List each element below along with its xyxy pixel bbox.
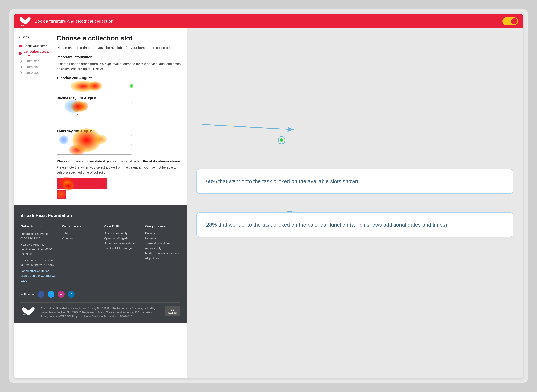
important-text: In some London areas there is a high lev… [57,61,182,71]
step-future2: Future step [19,65,50,69]
step-about: About your items [19,44,50,48]
page-subtitle: Please choose a date that you'll be avai… [57,45,182,50]
form-area: Choose a collection slot Please choose a… [53,34,182,199]
bhf-logo-icon: BHF [19,16,31,26]
calendar-text-label: Please choose another date if you're una… [57,159,182,163]
annotation-text-2: 28% that went onto the task clicked on t… [206,222,447,228]
footer-col-title-contact: Get in touch [20,224,56,228]
step-dot-future1 [19,60,22,63]
footer-col-contact: Get in touch Fundraising & events: 0300 … [20,224,56,283]
step-collection: Collection date & time [19,50,50,57]
facebook-icon[interactable]: f [38,291,44,298]
footer-link-cookies[interactable]: Cookies [145,237,180,240]
footer-contact-fundraising: Fundraising & events: 0300 330 3322 [20,231,56,241]
svg-point-5 [280,138,283,142]
footer-follow: Follow us f t ● in [20,291,180,298]
footer-link-account[interactable]: My account/register [104,237,139,240]
important-label: Important information [57,55,182,59]
footer-link-find[interactable]: Find the BHF near you [104,247,139,250]
wednesday-slots: T3... [57,102,135,124]
step-label-future1: Future step [24,59,39,63]
step-future1: Future step [19,59,50,63]
footer-col-work: Work for us Jobs Volunteer [62,224,97,283]
footer-link-privacy[interactable]: Privacy [145,231,180,235]
step-label-future3: Future step [24,71,39,75]
footer-link-community[interactable]: Online community [104,231,139,235]
calendar-section: Please choose another date if you're una… [57,159,182,199]
connector-lines [187,28,523,378]
footer-legal-text: British Heart Foundation is a registered… [41,307,160,318]
page-title: Choose a collection slot [57,34,182,42]
date-section-tuesday: Tuesday 2nd August [57,76,182,92]
step-future3: Future step [19,71,50,75]
footer-contact-hours: Phone lines are open 9am to 5pm, Monday … [20,258,56,267]
step-dot-future2 [19,65,22,68]
content-area: Back About your items Collection date & … [14,28,523,378]
back-link[interactable]: Back [19,34,50,39]
footer-contact-helpline: Heart Helpline - for medical enquiries: … [20,242,56,257]
website-panel: Back About your items Collection date & … [14,28,187,378]
page-layout: Back About your items Collection date & … [14,28,187,205]
footer-col-policies: Our policies Privacy Cookies Terms & con… [145,224,180,283]
nav-title: Book a furniture and electrical collecti… [35,19,502,24]
tuesday-slots [57,82,135,92]
step-list: About your items Collection date & time … [19,44,50,75]
svg-text:Foundation: Foundation [23,315,29,316]
footer-follow-label: Follow us [20,292,34,296]
instagram-icon[interactable]: ● [58,291,65,298]
footer-contact-other[interactable]: For all other enquiries please see our C… [20,269,56,283]
nav-toggle[interactable] [502,17,518,25]
footer-col-title-bhf: Your BHF [104,224,139,228]
footer: British Heart Foundation Get in touch Fu… [14,205,187,323]
fr-regulator-icon: FR REGULATOR [165,307,180,316]
date-section-wednesday: Wednesday 3rd August T3 [57,96,182,124]
footer-col-title-policies: Our policies [145,224,180,228]
date-label-tuesday: Tuesday 2nd August [57,76,182,80]
footer-columns: Get in touch Fundraising & events: 0300 … [20,224,180,283]
annotation-box-1: 60% that went onto the task clicked on t… [196,169,513,194]
step-label-collection: Collection date & time [24,50,50,57]
annotation-panel: 60% that went onto the task clicked on t… [187,28,523,378]
footer-legal: British Heart Foundation British Heart F… [20,302,180,318]
footer-bhf-logo-icon: British Heart Foundation [20,307,36,317]
footer-link-allpolicies[interactable]: All policies [145,257,180,260]
step-dot-about [19,45,22,47]
step-label-future2: Future step [24,65,39,69]
footer-link-jobs[interactable]: Jobs [62,231,97,235]
calendar-subtext: Please note that when you select a date … [57,165,182,175]
twitter-icon[interactable]: t [47,291,55,298]
browser-window: BHF Book a furniture and electrical coll… [14,14,523,378]
footer-col-title-work: Work for us [62,224,97,228]
outer-container: BHF Book a furniture and electrical coll… [9,9,528,383]
svg-line-3 [202,124,294,130]
svg-point-4 [278,136,285,144]
footer-link-accessibility[interactable]: Accessibility [145,247,180,250]
date-label-wednesday: Wednesday 3rd August [57,96,182,100]
footer-link-terms[interactable]: Terms & conditions [145,242,180,245]
footer-link-volunteer[interactable]: Volunteer [62,237,97,240]
linkedin-icon[interactable]: in [68,291,75,298]
annotation-text-1: 60% that went onto the task clicked on t… [206,178,358,184]
step-dot-future3 [19,71,22,74]
sidebar: Back About your items Collection date & … [19,34,53,199]
footer-col-bhf: Your BHF Online community My account/reg… [104,224,139,283]
step-label-about: About your items [24,44,47,48]
nav-bar: BHF Book a furniture and electrical coll… [14,14,523,28]
annotation-box-2: 28% that went onto the task clicked on t… [196,212,513,237]
footer-link-newsletter[interactable]: Get our email newsletter [104,242,139,245]
footer-brand: British Heart Foundation [20,213,180,218]
step-dot-collection [19,52,22,55]
svg-text:BHF: BHF [21,24,24,26]
date-section-thursday: Thursday 4th August [57,129,182,154]
footer-link-slavery[interactable]: Modern slavery statement [145,252,180,255]
